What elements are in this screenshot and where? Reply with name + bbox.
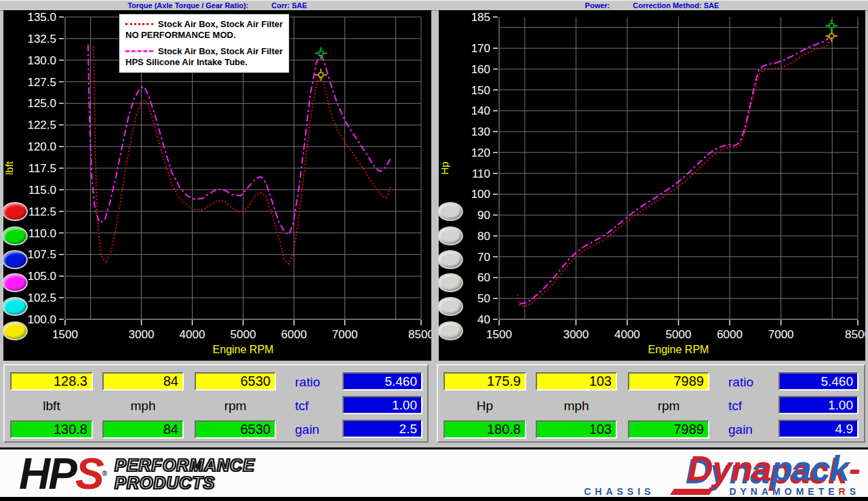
ratio-label2: ratio: [728, 374, 753, 390]
dynapack-wordmark: Dynapack-: [521, 452, 860, 485]
x-tick-label: 4000: [180, 328, 205, 341]
y-tick-label: 135.0: [27, 11, 56, 24]
x-tick-label: 3000: [129, 328, 155, 341]
legend-swatch-hps: [125, 50, 153, 52]
gain-label2: gain: [728, 422, 753, 438]
power-trace-button-4[interactable]: [437, 273, 463, 292]
torque-run1-rpm-box: 6530: [195, 372, 276, 390]
rpm-unit-label: rpm: [195, 398, 276, 414]
y-tick-label: 117.5: [28, 162, 56, 175]
y-tick-label: 140: [471, 104, 490, 117]
power-header: Power: Correction Method: SAE: [439, 1, 865, 10]
power-header-title: Power:: [585, 1, 610, 10]
y-axis-label: lbft: [3, 161, 15, 175]
torque-trace-button-6[interactable]: [2, 321, 28, 340]
torque-trace-button-2[interactable]: [2, 226, 28, 245]
torque-trace-button-1[interactable]: [2, 202, 28, 221]
torque-tcf-field[interactable]: 1.00: [342, 396, 422, 414]
hps-logo-word: HPS®: [19, 455, 105, 493]
torque-run2-speed-box: 84: [102, 420, 184, 439]
gain-label: gain: [295, 422, 319, 438]
power-run1-speed-box: 103: [536, 372, 617, 390]
x-tick-label: 8500: [845, 328, 865, 341]
power-trace-button-5[interactable]: [437, 297, 463, 316]
legend-hps-line2: HPS Silicone Air Intake Tube.: [125, 57, 283, 67]
torque-readout-panel: 128.3 84 6530 lbft mph rpm 130.8 84 6530…: [3, 364, 429, 443]
y-tick-label: 40: [477, 313, 490, 326]
x-axis-label: Engine RPM: [648, 344, 709, 355]
top-header-bar: Torque (Axle Torque / Gear Ratio): Corr:…: [0, 0, 868, 11]
torque-trace-button-3[interactable]: [2, 250, 28, 269]
tcf-label2: tcf: [728, 398, 742, 414]
y-tick-label: 160: [471, 63, 490, 76]
power-curve-1: [519, 33, 831, 304]
logo-strip: HPS® PERFORMANCE PRODUCTS Dynapack- CHAS…: [0, 447, 868, 497]
torque-trace-button-5[interactable]: [2, 297, 28, 316]
peak-marker: [315, 68, 327, 81]
y-tick-label: 120: [471, 146, 490, 159]
y-tick-label: 130.0: [27, 54, 56, 67]
y-tick-label: 110.0: [28, 227, 56, 240]
power-chart-panel: 1851701601501401301201101009080706050401…: [439, 10, 865, 361]
y-tick-label: 100: [471, 188, 490, 201]
power-tcf-field[interactable]: 1.00: [778, 396, 859, 414]
hps-logo: HPS® PERFORMANCE PRODUCTS: [19, 455, 255, 493]
x-tick-label: 7000: [332, 328, 358, 341]
rpm-unit-label2: rpm: [628, 398, 709, 414]
torque-trace-button-4[interactable]: [2, 273, 28, 292]
y-tick-label: 50: [477, 292, 490, 305]
torque-ratio-field[interactable]: 5.460: [342, 372, 422, 390]
power-ratio-field[interactable]: 5.460: [778, 372, 859, 390]
power-gain-field[interactable]: 4.9: [778, 420, 859, 438]
x-axis-label: Engine RPM: [213, 344, 274, 355]
peak-marker: [825, 20, 837, 32]
power-trace-button-6[interactable]: [437, 321, 463, 340]
legend-swatch-stock: [125, 23, 153, 25]
y-tick-label: 122.5: [27, 119, 56, 132]
ratio-label: ratio: [295, 374, 320, 390]
x-tick-label: 1500: [52, 328, 78, 341]
y-tick-label: 112.5: [28, 205, 56, 218]
legend-stock-line2: NO PERFORMANCE MOD.: [125, 30, 283, 40]
y-tick-label: 115.0: [28, 184, 56, 197]
power-trace-button-1[interactable]: [437, 202, 463, 221]
power-run1-rpm-box: 7989: [628, 372, 709, 390]
torque-chart-panel: 135.0132.5130.0127.5125.0122.5120.0117.5…: [3, 10, 431, 361]
torque-gain-field[interactable]: 2.5: [342, 420, 422, 438]
legend-hps-line1: Stock Air Box, Stock Air Filter: [158, 46, 283, 56]
power-chart-svg: 1851701601501401301201101009080706050401…: [439, 10, 865, 361]
y-tick-label: 130: [471, 125, 490, 138]
y-axis-label: Hp: [439, 161, 450, 174]
torque-header-title: Torque (Axle Torque / Gear Ratio):: [127, 1, 248, 10]
y-tick-label: 120.0: [27, 140, 56, 153]
x-tick-label: 1500: [486, 328, 512, 341]
hps-performance: PERFORMANCE: [115, 456, 255, 474]
power-run1-value-box: 175.9: [443, 372, 526, 390]
y-tick-label: 100.0: [27, 313, 56, 326]
hps-logo-text: PERFORMANCE PRODUCTS: [115, 456, 255, 492]
footer-bar: [0, 497, 868, 501]
dynapack-logo: Dynapack- CHASSIS DYNAMOMETERS: [521, 452, 860, 497]
power-trace-button-2[interactable]: [437, 226, 463, 245]
x-tick-label: 5000: [666, 328, 692, 341]
power-run2-speed-box: 103: [536, 420, 617, 439]
chart-legend: Stock Air Box, Stock Air Filter NO PERFO…: [119, 14, 290, 73]
dynapack-swoosh-icon: [670, 489, 713, 495]
power-run2-value-box: 180.8: [443, 420, 526, 439]
speed-unit-label: mph: [102, 398, 184, 414]
y-tick-label: 125.0: [27, 97, 56, 110]
y-tick-label: 70: [477, 251, 490, 264]
y-tick-label: 110: [472, 167, 490, 180]
dynapack-dynamometers: DYNAMOMETERS: [729, 486, 860, 497]
y-tick-label: 102.5: [27, 292, 56, 304]
power-trace-button-3[interactable]: [437, 250, 463, 269]
torque-run2-rpm-box: 6530: [195, 420, 276, 439]
legend-entry-stock: Stock Air Box, Stock Air Filter NO PERFO…: [125, 19, 283, 40]
y-tick-label: 60: [477, 271, 490, 284]
y-tick-label: 105.0: [27, 270, 56, 283]
torque-run1-value-box: 128.3: [10, 372, 93, 390]
peak-marker: [315, 47, 327, 60]
y-tick-label: 170: [471, 42, 490, 55]
y-tick-label: 132.5: [27, 33, 56, 45]
power-run2-rpm-box: 7989: [628, 420, 709, 439]
